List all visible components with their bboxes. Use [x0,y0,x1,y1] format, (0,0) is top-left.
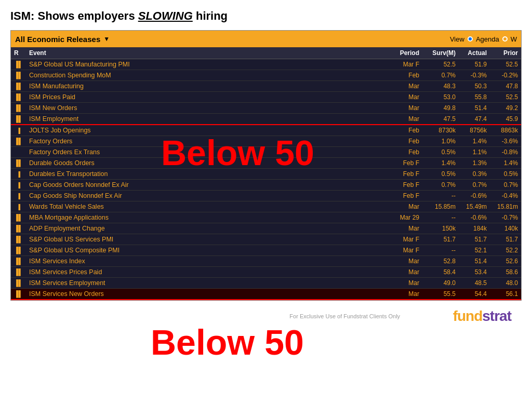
table-row: ▐▌ Factory Orders Feb 1.0% 1.4% -3.6% [11,136,521,147]
surv-cell: 49.8 [422,103,459,114]
actual-cell: 0.3% [459,169,490,180]
table-row: ▐▌ S&P Global US Composite PMI Mar F -- … [11,245,521,256]
actual-cell: 8756k [459,125,490,136]
page-title: ISM: Shows employers SLOWING hiring [10,9,522,23]
col-prior: Prior [490,47,521,59]
period-cell: Feb [391,70,422,81]
prior-cell: -0.7% [490,212,521,223]
actual-cell: 52.1 [459,245,490,256]
event-name: MBA Mortgage Applications [26,212,391,223]
prior-cell: 15.81m [490,201,521,212]
icon-cell: ▐▌ [11,70,26,81]
icon-cell: ▐▌ [11,234,26,245]
event-name: S&P Global US Manufacturing PMI [26,59,391,70]
event-name: Cap Goods Orders Nonndef Ex Air [26,180,391,191]
col-r: R [11,47,26,59]
actual-cell: -0.6% [459,212,490,223]
brand-logo: fundstrat [453,308,511,325]
table-row: ▐▌ ISM New Orders Mar 49.8 51.4 49.2 [11,103,521,114]
period-cell: Mar F [391,59,422,70]
col-actual: Actual [459,47,490,59]
icon-cell: ▐▌ [11,158,26,169]
period-cell: Mar [391,256,422,267]
w-radio[interactable] [502,36,508,42]
dropdown-label[interactable]: All Economic Releases [15,35,100,44]
dropdown-arrow[interactable]: ▼ [103,35,110,43]
surv-cell: 49.0 [422,278,459,289]
table-row: ▐▌ S&P Global US Services PMI Mar F 51.7… [11,234,521,245]
icon-cell: ▐▌ [11,256,26,267]
period-cell: Feb [391,136,422,147]
actual-cell: -0.3% [459,70,490,81]
icon-cell: ▐▌ [11,245,26,256]
event-name: ISM New Orders [26,103,391,114]
period-cell: Feb [391,125,422,136]
prior-cell: 52.5 [490,92,521,103]
prior-cell: -0.4% [490,191,521,201]
prior-cell: 47.8 [490,81,521,92]
agenda-radio-selected[interactable] [468,36,473,42]
prior-cell: 8863k [490,125,521,136]
prior-cell: 0.7% [490,180,521,191]
event-name: Durable Goods Orders [26,158,391,169]
surv-cell: 58.4 [422,267,459,278]
surv-cell: 1.4% [422,158,459,169]
actual-cell: -0.6% [459,191,490,201]
surv-cell: 53.0 [422,92,459,103]
event-name: ISM Services Index [26,256,391,267]
icon-cell: ▐▌ [11,223,26,234]
surv-cell: -- [422,212,459,223]
col-surv: Surv(M) [422,47,459,59]
actual-cell: 55.8 [459,92,490,103]
period-cell: Feb F [391,169,422,180]
prior-cell: 52.2 [490,245,521,256]
prior-cell: -0.8% [490,147,521,158]
icon-cell: ▐ [11,180,26,191]
below50-overlay-2: Below 50 [151,322,304,362]
icon-cell: ▐▌ [11,278,26,289]
icon-cell: ▐▌ [11,212,26,223]
event-name: ISM Prices Paid [26,92,391,103]
prior-cell: 52.6 [490,256,521,267]
period-cell: Feb F [391,158,422,169]
icon-cell [11,147,26,158]
surv-cell: 47.5 [422,114,459,125]
agenda-label: Agenda [476,35,499,43]
prior-cell: 49.2 [490,103,521,114]
surv-cell: 55.5 [422,289,459,300]
footer: For Exclusive Use of Fundstrat Clients O… [10,308,522,325]
period-cell: Feb F [391,191,422,201]
toolbar-left: All Economic Releases ▼ [15,35,110,44]
table-header: R Event Period Surv(M) Actual Prior [11,47,521,59]
icon-cell: ▐▌ [11,92,26,103]
actual-cell: 15.49m [459,201,490,212]
actual-cell: 54.4 [459,289,490,300]
actual-cell: 1.1% [459,147,490,158]
icon-cell: ▐▌ [11,114,26,125]
actual-cell: 50.3 [459,81,490,92]
actual-cell: 51.4 [459,103,490,114]
table-row: ▐▌ MBA Mortgage Applications Mar 29 -- -… [11,212,521,223]
period-cell: Mar [391,267,422,278]
table-row: ▐ Cap Goods Ship Nonndef Ex Air Feb F --… [11,191,521,201]
period-cell: Mar [391,201,422,212]
prior-cell: 1.4% [490,158,521,169]
event-name: Wards Total Vehicle Sales [26,201,391,212]
table-row: ▐▌ ADP Employment Change Mar 150k 184k 1… [11,223,521,234]
table-row: ▐ Wards Total Vehicle Sales Mar 15.85m 1… [11,201,521,212]
slowing-text: SLOWING [138,9,193,22]
table-row: ▐▌ S&P Global US Manufacturing PMI Mar F… [11,59,521,70]
event-name: ISM Services New Orders [26,289,391,300]
icon-cell: ▐▌ [11,59,26,70]
icon-cell: ▐▌ [11,103,26,114]
period-cell: Mar [391,289,422,300]
col-period: Period [391,47,422,59]
actual-cell: 47.4 [459,114,490,125]
economic-releases-table: All Economic Releases ▼ View Agenda W R … [10,30,522,301]
event-name: Factory Orders Ex Trans [26,147,391,158]
icon-cell: ▐▌ [11,136,26,147]
table-row: Factory Orders Ex Trans Feb 0.5% 1.1% -0… [11,147,521,158]
data-table: R Event Period Surv(M) Actual Prior ▐▌ S… [11,47,521,300]
prior-cell: -3.6% [490,136,521,147]
prior-cell: 48.0 [490,278,521,289]
